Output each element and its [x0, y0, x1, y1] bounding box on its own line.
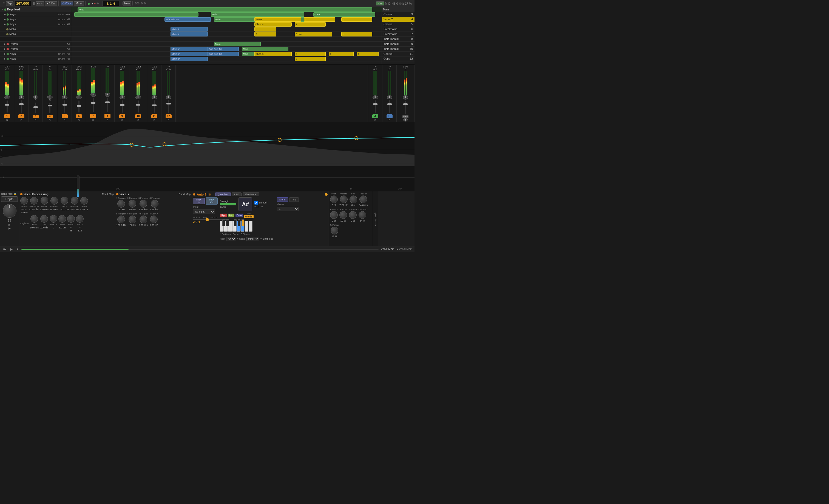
- ch2-fader-thumb[interactable]: [19, 103, 24, 105]
- ch9-solo[interactable]: S: [121, 119, 123, 121]
- key-b[interactable]: [245, 221, 248, 232]
- vibrato-knob[interactable]: [340, 195, 348, 203]
- ch12-solo[interactable]: S: [168, 119, 169, 121]
- poly-btn[interactable]: Poly: [289, 197, 299, 202]
- key-c2[interactable]: [249, 221, 252, 232]
- scene-item-8[interactable]: Chorus 11: [382, 51, 414, 57]
- vp-m13-knob[interactable]: [67, 215, 75, 223]
- scale-display[interactable]: Minor: [74, 1, 84, 5]
- clip-num1d[interactable]: 1: [341, 32, 372, 36]
- key-display[interactable]: C#/Db▾: [61, 1, 73, 5]
- scene-item-7[interactable]: Instrumental 10: [382, 47, 414, 51]
- ch4-pan[interactable]: [47, 96, 52, 99]
- clip-chorus2[interactable]: Chorus: [254, 52, 292, 56]
- scale-selector[interactable]: Minor: [247, 237, 259, 241]
- key-cs[interactable]: [222, 219, 225, 226]
- ch3-pan[interactable]: [33, 96, 38, 99]
- clip-main3[interactable]: Main: [214, 42, 261, 46]
- ch6-fader-thumb[interactable]: [77, 105, 81, 107]
- track-header-keys-lead[interactable]: ▼ Keys lead: [0, 7, 71, 12]
- depth-up[interactable]: ▶: [1, 223, 18, 226]
- ch10-fader[interactable]: [138, 100, 139, 113]
- clip-num1f[interactable]: 1: [357, 52, 378, 56]
- ch5-fader[interactable]: [64, 100, 65, 113]
- voices-selector[interactable]: 4 1 2 3: [277, 207, 299, 211]
- clip-num2c[interactable]: 2: [295, 52, 326, 56]
- vp-att-knob[interactable]: [41, 197, 48, 205]
- scene-item-2[interactable]: Chorus 5: [382, 22, 414, 27]
- smooth-checkbox[interactable]: [254, 201, 258, 205]
- mode-btn[interactable]: Key: [376, 1, 384, 5]
- clip-chorus[interactable]: Chorus: [254, 22, 292, 27]
- bb-play[interactable]: ▶: [9, 247, 13, 251]
- ch8-fader[interactable]: [107, 98, 108, 112]
- vp-hold-knob[interactable]: [30, 215, 38, 223]
- clip-subba2[interactable]: Sub Sub Ba: [208, 47, 239, 51]
- ra-solo[interactable]: S: [374, 119, 376, 121]
- master-fader-thumb[interactable]: [403, 103, 408, 105]
- scene-item-5[interactable]: Instrumental 8: [382, 37, 414, 42]
- ch7-fader-thumb[interactable]: [91, 102, 96, 104]
- ch3-fader-thumb[interactable]: [33, 106, 38, 108]
- ch7-fader[interactable]: [93, 98, 94, 112]
- vm-freq7-knob[interactable]: [140, 216, 147, 223]
- scene-item-9[interactable]: Outro 12: [382, 57, 414, 62]
- loop-mode[interactable]: ● 1 Bar: [45, 1, 57, 5]
- ch10-solo[interactable]: S: [137, 119, 139, 121]
- plus-icon[interactable]: ✛: [97, 2, 99, 5]
- ch1-pan[interactable]: [4, 96, 10, 99]
- track-header-1[interactable]: ▶ Keys Drums Bea: [0, 12, 71, 17]
- ch11-fader[interactable]: [154, 100, 155, 113]
- as-input-selector[interactable]: No Input: [193, 210, 215, 214]
- ch7-solo[interactable]: S: [92, 119, 94, 121]
- clip-mainlin2[interactable]: Main lin: [171, 32, 208, 36]
- ra-fader[interactable]: [375, 100, 376, 113]
- ch5-solo[interactable]: S: [64, 119, 65, 121]
- pitch-knob[interactable]: [330, 195, 338, 203]
- ch1-fader[interactable]: [7, 100, 8, 113]
- scene-item-3[interactable]: Breakdown 6: [382, 27, 414, 32]
- ch6-solo[interactable]: S: [78, 119, 79, 121]
- clip-subba3[interactable]: Sub Sub Ba: [208, 52, 239, 56]
- clip-num2[interactable]: 2: [295, 22, 326, 27]
- tap-btn[interactable]: Tap: [6, 1, 13, 5]
- ra-fader-thumb[interactable]: [373, 103, 377, 105]
- clip-mainlin5[interactable]: Main lin: [171, 57, 208, 61]
- track-header-2[interactable]: ▶ Keys Drums Fill: [0, 17, 71, 22]
- rb-solo[interactable]: S: [389, 119, 390, 121]
- depth-down[interactable]: ▶: [1, 227, 18, 230]
- ch11-solo[interactable]: S: [153, 119, 155, 121]
- ch1-fader-thumb[interactable]: [5, 104, 9, 106]
- clip-verse[interactable]: Verse: [254, 17, 301, 22]
- vp-sw-knob[interactable]: [20, 197, 28, 205]
- ch5-fader-thumb[interactable]: [63, 104, 67, 106]
- amount-knob[interactable]: [330, 211, 338, 219]
- master-solo[interactable]: Solo: [402, 115, 408, 118]
- ch10-fader-thumb[interactable]: [136, 104, 140, 106]
- mono-btn[interactable]: Mono: [277, 197, 288, 202]
- key-ds[interactable]: [226, 219, 229, 226]
- ch3-solo[interactable]: S: [35, 119, 36, 121]
- ch7-pan[interactable]: [91, 93, 96, 97]
- vp-floor-knob[interactable]: [61, 197, 68, 205]
- ra-pan[interactable]: [372, 96, 378, 99]
- rb-fader-thumb[interactable]: [387, 103, 392, 105]
- fadein-knob[interactable]: [359, 195, 367, 203]
- ch11-pan[interactable]: [152, 96, 157, 99]
- key-fs[interactable]: [234, 219, 237, 226]
- ch10-pan[interactable]: [136, 96, 141, 99]
- depth-display[interactable]: Depth: [1, 196, 18, 202]
- rb-fader[interactable]: [389, 100, 390, 113]
- ch4-fader-thumb[interactable]: [48, 105, 52, 106]
- play-button[interactable]: ▶: [88, 1, 91, 6]
- ch5-pan[interactable]: [62, 96, 67, 99]
- vm-freq6-knob[interactable]: [129, 216, 136, 223]
- bpm-display[interactable]: 167.000: [14, 1, 31, 6]
- clip-1a[interactable]: [74, 12, 199, 17]
- ch1-solo[interactable]: S: [6, 119, 8, 121]
- clip-extra[interactable]: Extra: [295, 32, 332, 36]
- amount2-knob[interactable]: [339, 211, 347, 219]
- vp-rel-knob[interactable]: [50, 197, 58, 205]
- ch8-fader-thumb[interactable]: [105, 102, 110, 103]
- ch9-fader-thumb[interactable]: [120, 104, 124, 106]
